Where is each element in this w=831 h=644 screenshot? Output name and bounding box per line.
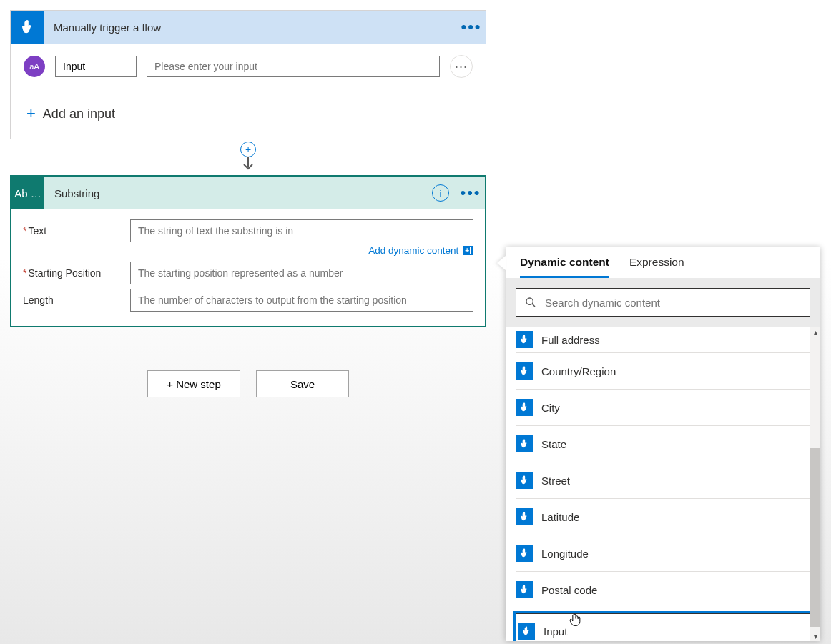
param-description-input[interactable] (147, 56, 440, 77)
dynamic-item-label: State (541, 438, 566, 450)
new-step-button[interactable]: + New step (147, 370, 240, 397)
substring-more-button[interactable]: ••• (456, 184, 485, 202)
dynamic-item-city[interactable]: City (516, 390, 810, 426)
dynamic-item-longitude[interactable]: Longitude (516, 535, 810, 572)
dynamic-item-input[interactable]: Input (513, 611, 812, 641)
svg-point-0 (526, 298, 533, 304)
manual-trigger-icon (516, 331, 533, 348)
manual-trigger-icon (516, 362, 533, 380)
manual-trigger-icon (516, 545, 533, 562)
field-label-length: Length (23, 294, 130, 306)
dynamic-item-label: Longitude (541, 548, 589, 560)
tab-dynamic-content[interactable]: Dynamic content (520, 256, 609, 278)
trigger-title: Manually trigger a flow (44, 21, 457, 34)
substring-card: Ab … Substring i ••• *Text Add dynamic c… (10, 175, 486, 327)
search-box[interactable] (516, 288, 810, 317)
length-input[interactable] (130, 289, 473, 312)
starting-position-input[interactable] (130, 262, 473, 284)
manual-trigger-icon (516, 435, 533, 452)
fx-icon: +| (463, 246, 473, 255)
manual-trigger-icon (516, 581, 533, 598)
dynamic-item-latitude[interactable]: Latitude (516, 499, 810, 535)
field-label-start: *Starting Position (23, 267, 130, 279)
plus-icon: + (26, 104, 36, 123)
connector: + (10, 139, 486, 175)
info-icon[interactable]: i (432, 184, 449, 202)
arrow-down-icon (243, 156, 253, 172)
search-icon (525, 297, 536, 308)
manual-trigger-icon (11, 11, 44, 44)
action-buttons: + New step Save (10, 370, 486, 397)
manual-trigger-icon (518, 623, 535, 640)
dynamic-item-label: Full address (541, 334, 600, 346)
tab-expression[interactable]: Expression (629, 256, 684, 278)
dynamic-item-postal-code[interactable]: Postal code (516, 572, 810, 608)
add-input-label: Add an input (43, 106, 115, 122)
dynamic-item-full-address[interactable]: Full address (516, 327, 810, 353)
scrollbar-track[interactable]: ▴ ▾ (810, 327, 820, 641)
trigger-header[interactable]: Manually trigger a flow ••• (11, 11, 486, 44)
dynamic-item-label: Latitude (541, 511, 579, 523)
scroll-down-icon[interactable]: ▾ (810, 631, 820, 641)
trigger-card: Manually trigger a flow ••• aA ··· + Add… (10, 10, 486, 139)
text-input[interactable] (130, 219, 473, 242)
dynamic-content-list: Full addressCountry/RegionCityStateStree… (506, 327, 820, 641)
dynamic-item-street[interactable]: Street (516, 462, 810, 499)
substring-title: Substring (44, 187, 432, 199)
scroll-up-icon[interactable]: ▴ (810, 327, 820, 337)
search-input[interactable] (544, 296, 801, 309)
trigger-param-row: aA ··· (24, 55, 473, 78)
field-label-text: *Text (23, 225, 130, 237)
dynamic-item-label: Country/Region (541, 365, 616, 377)
dynamic-item-label: City (541, 402, 560, 414)
manual-trigger-icon (516, 399, 533, 416)
param-name-input[interactable] (55, 56, 137, 77)
scrollbar-thumb[interactable] (810, 448, 820, 627)
dynamic-item-label: Postal code (541, 584, 597, 596)
add-input-button[interactable]: + Add an input (24, 91, 473, 137)
svg-line-1 (532, 304, 535, 307)
dynamic-item-state[interactable]: State (516, 426, 810, 462)
substring-header[interactable]: Ab … Substring i ••• (11, 177, 485, 209)
dynamic-item-country-region[interactable]: Country/Region (516, 353, 810, 390)
save-button[interactable]: Save (256, 370, 349, 397)
param-more-button[interactable]: ··· (450, 55, 473, 78)
dynamic-item-label: Input (544, 625, 567, 638)
text-action-icon: Ab … (11, 177, 44, 209)
insert-step-button[interactable]: + (240, 142, 256, 157)
manual-trigger-icon (516, 508, 533, 525)
dynamic-content-flyout: Dynamic content Expression Full addressC… (506, 247, 820, 641)
trigger-more-button[interactable]: ••• (457, 18, 486, 36)
flyout-tabs: Dynamic content Expression (506, 247, 820, 278)
text-type-icon: aA (24, 56, 45, 77)
add-dynamic-content-link[interactable]: Add dynamic content +| (23, 245, 473, 256)
flyout-caret-icon (497, 256, 506, 270)
manual-trigger-icon (516, 472, 533, 489)
dynamic-item-label: Street (541, 475, 570, 487)
